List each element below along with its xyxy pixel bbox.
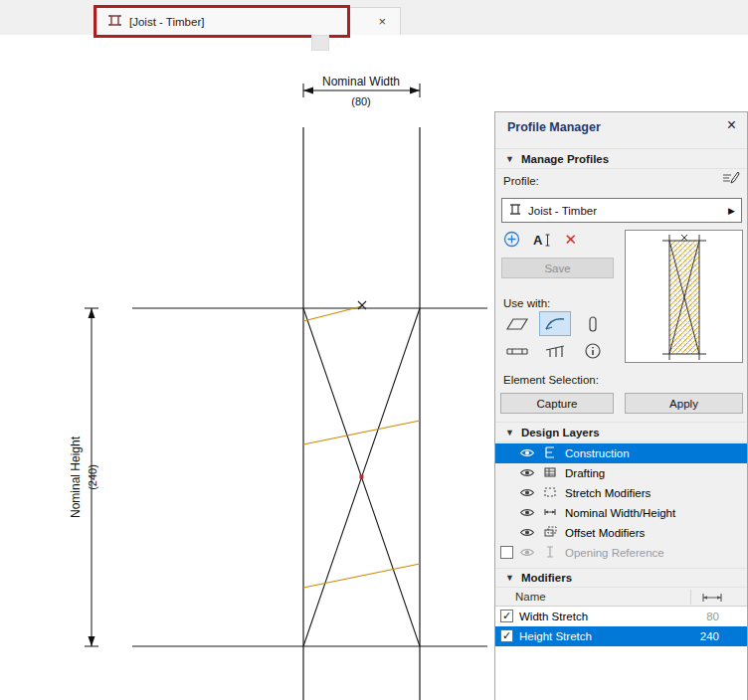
offset-modifiers-layer-icon xyxy=(543,525,557,541)
section-label: Design Layers xyxy=(521,427,600,438)
layer-row-stretch-modifiers[interactable]: Stretch Modifiers xyxy=(495,483,747,503)
height-dim-label: Nominal Height xyxy=(69,436,83,518)
tab-bar: [Joist - Timber] × xyxy=(0,0,748,35)
width-dim-label: Nominal Width xyxy=(322,75,400,88)
visibility-eye-icon[interactable] xyxy=(519,527,535,540)
modifiers-section-header[interactable]: ▼ Modifiers xyxy=(495,568,747,588)
layer-row-drafting[interactable]: Drafting xyxy=(495,463,747,483)
info-icon[interactable] xyxy=(577,338,609,363)
save-button-label: Save xyxy=(544,262,570,274)
layer-name: Stretch Modifiers xyxy=(565,487,651,499)
capture-button[interactable]: Capture xyxy=(500,393,614,414)
modifier-value[interactable]: 80 xyxy=(675,611,719,622)
layer-name: Drafting xyxy=(565,467,605,479)
use-with-wall-icon[interactable] xyxy=(501,311,533,336)
construction-layer-icon xyxy=(543,445,557,461)
layer-row-nominal-width-height[interactable]: Nominal Width/Height xyxy=(495,503,747,523)
collapse-triangle-icon: ▼ xyxy=(505,428,514,438)
use-with-beam-icon[interactable] xyxy=(501,338,533,363)
stretch-modifiers-layer-icon xyxy=(543,485,557,501)
profile-section-icon xyxy=(107,14,122,29)
capture-button-label: Capture xyxy=(537,398,578,410)
design-layers-section-header[interactable]: ▼ Design Layers xyxy=(495,422,747,442)
use-with-column-icon[interactable] xyxy=(577,311,609,336)
panel-close-icon[interactable]: × xyxy=(724,116,739,134)
panel-title: Profile Manager xyxy=(507,120,601,134)
profile-options-icon[interactable] xyxy=(721,169,741,189)
manage-profiles-section-header[interactable]: ▼ Manage Profiles xyxy=(495,148,747,169)
layer-row-construction[interactable]: Construction xyxy=(495,443,747,463)
profile-preview-thumbnail[interactable] xyxy=(625,230,743,363)
use-with-shell-icon[interactable] xyxy=(539,311,571,336)
layer-row-offset-modifiers[interactable]: Offset Modifiers xyxy=(495,523,747,543)
layer-row-opening-reference[interactable]: Opening Reference xyxy=(495,543,747,563)
modifier-line-bottom[interactable] xyxy=(303,564,420,588)
center-hotspot-marker[interactable] xyxy=(360,475,364,479)
name-column-header[interactable]: Name xyxy=(515,591,546,603)
height-stretch-checkbox[interactable]: ✓ xyxy=(500,629,513,642)
opening-reference-layer-icon xyxy=(543,545,557,561)
height-dim-value: (240) xyxy=(87,464,98,490)
use-with-row-2 xyxy=(501,338,609,363)
tab-label: [Joist - Timber] xyxy=(129,16,204,28)
layer-name: Nominal Width/Height xyxy=(565,507,675,519)
opening-reference-checkbox[interactable] xyxy=(500,546,513,559)
width-dim-value: (80) xyxy=(351,95,371,107)
tab-joist-timber[interactable]: [Joist - Timber] × xyxy=(96,7,401,35)
collapse-triangle-icon: ▼ xyxy=(505,573,514,583)
drafting-layer-icon xyxy=(543,465,557,481)
modifiers-table-header[interactable]: Name xyxy=(495,588,747,607)
modifiers-table: Name ✓ Width Stretch 80 ✓ Height Stretch… xyxy=(495,588,747,700)
modifier-row-height-stretch[interactable]: ✓ Height Stretch 240 xyxy=(495,626,747,646)
layer-name: Opening Reference xyxy=(565,547,664,559)
layer-name: Construction xyxy=(565,447,630,459)
save-button[interactable]: Save xyxy=(501,258,614,278)
tab-close-icon[interactable]: × xyxy=(374,14,390,29)
element-selection-label: Element Selection: xyxy=(503,374,599,386)
use-with-label: Use with: xyxy=(503,297,550,309)
use-with-railing-icon[interactable] xyxy=(539,338,571,363)
visibility-eye-icon[interactable] xyxy=(519,547,535,560)
modifier-name: Width Stretch xyxy=(519,611,588,622)
apply-button-label: Apply xyxy=(669,398,698,410)
visibility-eye-icon[interactable] xyxy=(519,467,535,480)
layer-name: Offset Modifiers xyxy=(565,527,645,539)
modifier-row-width-stretch[interactable]: ✓ Width Stretch 80 xyxy=(495,607,747,626)
visibility-eye-icon[interactable] xyxy=(519,507,535,520)
section-label: Manage Profiles xyxy=(521,153,609,165)
visibility-eye-icon[interactable] xyxy=(519,447,535,460)
stretch-value-column-icon xyxy=(701,592,723,606)
new-profile-icon[interactable] xyxy=(503,231,520,250)
width-stretch-checkbox[interactable]: ✓ xyxy=(500,610,513,622)
profile-manager-panel: Profile Manager × ▼ Manage Profiles Prof… xyxy=(494,111,748,700)
modifier-line-middle[interactable] xyxy=(303,421,420,444)
modifier-name: Height Stretch xyxy=(519,630,592,642)
profile-i-beam-icon xyxy=(508,203,522,218)
apply-button[interactable]: Apply xyxy=(625,393,743,414)
modifier-value[interactable]: 240 xyxy=(675,630,719,642)
profile-label: Profile: xyxy=(503,175,539,187)
rename-profile-icon[interactable]: A xyxy=(533,233,551,248)
profile-dropdown-value: Joist - Timber xyxy=(528,205,597,217)
visibility-eye-icon[interactable] xyxy=(519,487,535,500)
section-label: Modifiers xyxy=(521,572,572,584)
column-divider xyxy=(690,590,691,605)
dropdown-arrow-icon: ▶ xyxy=(728,206,735,216)
profile-toolbar: A ✕ xyxy=(503,230,577,250)
profile-dropdown[interactable]: Joist - Timber ▶ xyxy=(501,198,742,223)
nominal-width-height-layer-icon xyxy=(543,505,557,521)
collapse-triangle-icon: ▼ xyxy=(505,154,514,164)
delete-profile-icon[interactable]: ✕ xyxy=(564,233,577,247)
use-with-row-1 xyxy=(501,311,609,336)
